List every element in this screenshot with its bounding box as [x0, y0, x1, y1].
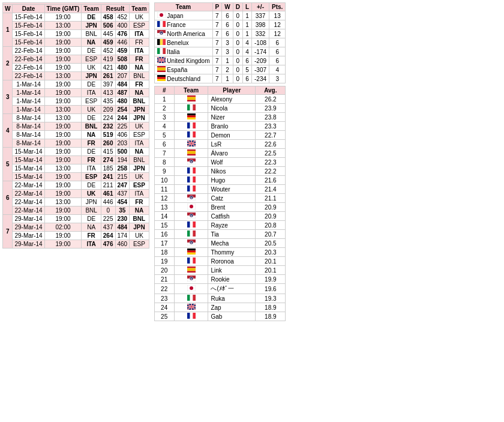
score2-cell: 476 — [115, 30, 130, 38]
match-time: 19:00 — [44, 55, 82, 64]
team1-cell: BNL — [82, 206, 101, 215]
player-row: 14 ★ Catfish 20.9 — [154, 212, 286, 221]
player-name-cell: Nikos — [208, 167, 256, 176]
match-date: 1-Mar-14 — [13, 80, 44, 89]
st-w: 3 — [222, 47, 233, 56]
st-d: 0 — [233, 74, 242, 83]
player-flag — [174, 266, 208, 275]
match-date: 22-Mar-14 — [13, 206, 44, 215]
players-table: # Team Player Avg. 1 Alexony 26.2 2 Nico… — [154, 86, 286, 321]
svg-rect-14 — [163, 48, 166, 54]
st-l: 6 — [242, 56, 251, 65]
score2-cell: 459 — [115, 47, 130, 55]
score2-cell: 207 — [115, 72, 130, 80]
player-avg: 23.9 — [256, 104, 286, 113]
team2-cell: UK — [130, 13, 149, 22]
svg-rect-40 — [190, 122, 193, 128]
player-name-cell: LsR — [208, 140, 256, 149]
match-time: 19:00 — [44, 97, 82, 106]
st-d: 0 — [233, 38, 242, 47]
st-w: 1 — [222, 56, 233, 65]
team1-cell: JPN — [82, 22, 101, 30]
player-name-cell: Catfish — [208, 212, 256, 221]
player-rank: 8 — [154, 158, 174, 167]
st-l: 4 — [242, 38, 251, 47]
match-time: 19:00 — [44, 173, 82, 181]
player-rank: 19 — [154, 257, 174, 266]
player-rank: 2 — [154, 104, 174, 113]
score1-cell: 519 — [101, 131, 115, 139]
player-avg: 21.1 — [256, 194, 286, 203]
score2-cell: 460 — [115, 240, 130, 249]
round-cell: 5 — [3, 148, 13, 181]
standings-row: Benelux 7 3 0 4 -108 6 — [154, 38, 286, 47]
col-team2: Team — [130, 5, 149, 13]
standings-row: United Kingdom 7 1 0 6 -209 6 — [154, 56, 286, 65]
team1-cell: JPN — [82, 198, 101, 206]
svg-rect-23 — [157, 60, 166, 61]
svg-rect-38 — [187, 118, 196, 119]
player-name-cell: Gab — [208, 312, 256, 321]
player-flag: ★ — [174, 194, 208, 203]
player-avg: 18.9 — [256, 303, 286, 312]
st-p: 7 — [212, 29, 222, 38]
score1-cell: 461 — [101, 190, 115, 198]
st-l: 1 — [242, 11, 251, 20]
team2-cell: NA — [130, 206, 149, 215]
team2-cell: JPN — [130, 164, 149, 173]
player-name-cell: Álvaro — [208, 149, 256, 158]
team-name-cell: Japan — [154, 11, 212, 20]
match-time: 19:00 — [44, 47, 82, 55]
standings-row: France 7 6 0 1 398 12 — [154, 20, 286, 29]
player-flag — [174, 312, 208, 321]
match-time: 19:00 — [44, 131, 82, 139]
match-time: 19:00 — [44, 38, 82, 47]
team1-cell: DE — [82, 114, 101, 122]
team1-cell: DE — [82, 215, 101, 223]
score2-cell: 203 — [115, 139, 130, 148]
team2-cell: BNL — [130, 72, 149, 80]
team-name-cell: Italia — [154, 47, 212, 56]
player-flag — [174, 284, 208, 294]
st-diff: 332 — [251, 29, 269, 38]
svg-text:★: ★ — [190, 160, 193, 163]
team2-cell: FR — [130, 198, 149, 206]
standings-row: ★ North America 7 6 0 1 332 12 — [154, 29, 286, 38]
svg-rect-12 — [157, 48, 160, 54]
player-avg: 19.9 — [256, 275, 286, 284]
team2-cell: ESP — [130, 22, 149, 30]
team2-cell: JPN — [130, 114, 149, 122]
st-p: 7 — [212, 38, 222, 47]
player-avg: 20.7 — [256, 230, 286, 239]
svg-rect-25 — [157, 68, 166, 71]
score2-cell: 452 — [115, 13, 130, 22]
match-date: 29-Mar-14 — [13, 215, 44, 223]
match-date: 15-Mar-14 — [13, 156, 44, 164]
svg-rect-64 — [187, 176, 190, 182]
player-name-cell: Wolf — [208, 158, 256, 167]
score2-cell: 244 — [115, 114, 130, 122]
pl-col-rank: # — [154, 86, 174, 95]
player-flag: ★ — [174, 158, 208, 167]
team2-cell: ITA — [130, 47, 149, 55]
score2-cell: 230 — [115, 215, 130, 223]
score2-cell: 400 — [115, 22, 130, 30]
player-row: 21 ★ Rookie 19.9 — [154, 275, 286, 284]
team2-cell: FR — [130, 55, 149, 64]
st-l: 6 — [242, 74, 251, 83]
player-row: 11 Wouter 21.4 — [154, 185, 286, 194]
player-flag — [174, 104, 208, 113]
player-name-cell: Tia — [208, 230, 256, 239]
svg-rect-107 — [193, 295, 196, 301]
player-row: 16 Tia 20.7 — [154, 230, 286, 239]
player-flag — [174, 221, 208, 230]
match-time: 19:00 — [44, 240, 82, 249]
pl-col-team: Team — [174, 86, 208, 95]
team1-cell: BNL — [82, 30, 101, 38]
player-row: 6 LsR 22.6 — [154, 140, 286, 149]
svg-rect-41 — [193, 122, 196, 128]
match-date: 8-Mar-14 — [13, 114, 44, 122]
svg-point-1 — [160, 13, 163, 17]
st-p: 7 — [212, 20, 222, 29]
team2-cell: BNL — [130, 215, 149, 223]
